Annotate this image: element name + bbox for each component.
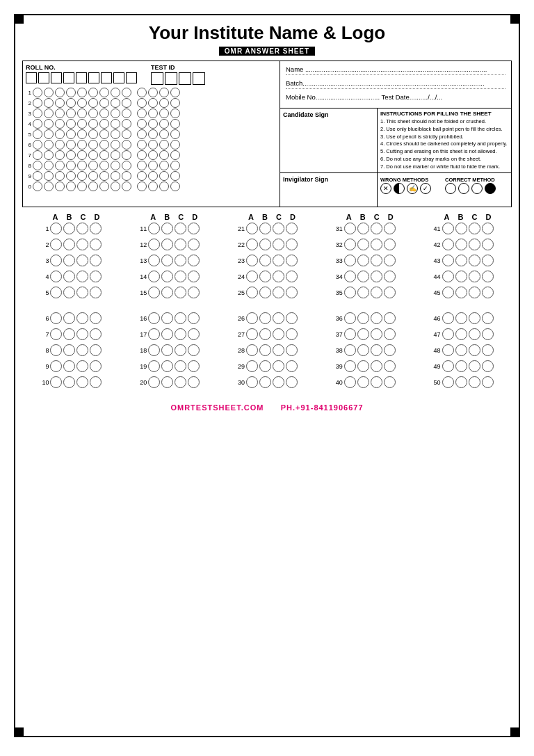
answer-bubble[interactable] [455, 376, 467, 388]
roll-bubble[interactable] [33, 98, 42, 108]
answer-bubble[interactable] [286, 287, 298, 298]
answer-bubble[interactable] [286, 360, 298, 372]
answer-bubble[interactable] [246, 239, 258, 250]
answer-bubble[interactable] [357, 376, 369, 388]
test-bubble[interactable] [159, 98, 169, 108]
answer-bubble[interactable] [455, 344, 467, 356]
answer-bubble[interactable] [148, 287, 160, 298]
roll-bubble[interactable] [88, 161, 98, 170]
answer-bubble[interactable] [482, 360, 494, 372]
roll-bubble[interactable] [44, 88, 54, 97]
answer-bubble[interactable] [371, 223, 382, 234]
roll-bubble[interactable] [99, 98, 109, 108]
answer-bubble[interactable] [161, 271, 173, 282]
roll-bubble[interactable] [55, 150, 65, 160]
test-bubble[interactable] [148, 171, 158, 181]
roll-bubble[interactable] [122, 88, 131, 97]
answer-bubble[interactable] [50, 223, 62, 234]
answer-bubble[interactable] [442, 344, 454, 356]
roll-bubble[interactable] [88, 140, 98, 150]
answer-bubble[interactable] [482, 312, 494, 324]
answer-bubble[interactable] [246, 328, 258, 340]
answer-bubble[interactable] [148, 255, 160, 266]
answer-bubble[interactable] [246, 271, 258, 282]
answer-bubble[interactable] [259, 360, 271, 372]
roll-bubble[interactable] [44, 161, 54, 170]
test-bubble[interactable] [137, 129, 147, 139]
roll-bubble[interactable] [77, 108, 87, 118]
roll-bubble[interactable] [99, 161, 109, 170]
roll-bubble[interactable] [122, 161, 131, 170]
answer-bubble[interactable] [63, 376, 75, 388]
roll-bubble[interactable] [77, 150, 87, 160]
roll-bubble[interactable] [66, 161, 76, 170]
answer-bubble[interactable] [482, 239, 494, 250]
answer-bubble[interactable] [286, 239, 298, 250]
roll-bubble[interactable] [77, 140, 87, 150]
answer-bubble[interactable] [344, 312, 356, 324]
answer-bubble[interactable] [286, 376, 298, 388]
answer-bubble[interactable] [50, 255, 62, 266]
invigilator-sign-area[interactable] [283, 183, 374, 204]
answer-bubble[interactable] [63, 255, 75, 266]
answer-bubble[interactable] [76, 344, 88, 356]
roll-bubble[interactable] [66, 150, 76, 160]
test-bubble[interactable] [159, 161, 169, 170]
test-bubble[interactable] [148, 140, 158, 150]
roll-bubble[interactable] [33, 171, 42, 181]
answer-bubble[interactable] [371, 239, 382, 250]
test-bubble[interactable] [137, 182, 147, 191]
answer-bubble[interactable] [246, 223, 258, 234]
answer-bubble[interactable] [442, 271, 454, 282]
roll-bubble[interactable] [44, 150, 54, 160]
roll-bubble[interactable] [55, 171, 65, 181]
roll-bubble[interactable] [111, 88, 120, 97]
answer-bubble[interactable] [188, 287, 200, 298]
roll-bubble[interactable] [88, 171, 98, 181]
answer-bubble[interactable] [63, 312, 75, 324]
answer-bubble[interactable] [148, 271, 160, 282]
roll-bubble[interactable] [122, 108, 131, 118]
answer-bubble[interactable] [259, 287, 271, 298]
answer-bubble[interactable] [246, 255, 258, 266]
answer-bubble[interactable] [384, 328, 396, 340]
roll-bubble[interactable] [122, 129, 131, 139]
answer-bubble[interactable] [273, 271, 284, 282]
roll-bubble[interactable] [66, 171, 76, 181]
answer-bubble[interactable] [482, 376, 494, 388]
roll-box[interactable] [38, 72, 49, 83]
answer-bubble[interactable] [188, 223, 200, 234]
roll-bubble[interactable] [33, 140, 42, 150]
roll-bubble[interactable] [88, 119, 98, 129]
answer-bubble[interactable] [469, 376, 480, 388]
answer-bubble[interactable] [246, 287, 258, 298]
answer-bubble[interactable] [90, 376, 102, 388]
answer-bubble[interactable] [148, 223, 160, 234]
test-bubble[interactable] [137, 108, 147, 118]
test-bubble[interactable] [170, 108, 180, 118]
answer-bubble[interactable] [90, 255, 102, 266]
roll-bubble[interactable] [55, 140, 65, 150]
roll-bubble[interactable] [44, 140, 54, 150]
test-box[interactable] [193, 72, 205, 85]
test-bubble[interactable] [148, 88, 158, 97]
answer-bubble[interactable] [50, 287, 62, 298]
answer-bubble[interactable] [175, 223, 186, 234]
answer-bubble[interactable] [148, 312, 160, 324]
roll-bubble[interactable] [99, 129, 109, 139]
answer-bubble[interactable] [455, 328, 467, 340]
answer-bubble[interactable] [175, 312, 186, 324]
answer-bubble[interactable] [442, 223, 454, 234]
roll-bubble[interactable] [55, 88, 65, 97]
roll-bubble[interactable] [122, 98, 131, 108]
roll-box[interactable] [88, 72, 99, 83]
roll-bubble[interactable] [122, 119, 131, 129]
answer-bubble[interactable] [63, 287, 75, 298]
answer-bubble[interactable] [161, 328, 173, 340]
answer-bubble[interactable] [286, 255, 298, 266]
answer-bubble[interactable] [442, 360, 454, 372]
answer-bubble[interactable] [246, 344, 258, 356]
answer-bubble[interactable] [357, 239, 369, 250]
answer-bubble[interactable] [384, 376, 396, 388]
answer-bubble[interactable] [259, 376, 271, 388]
